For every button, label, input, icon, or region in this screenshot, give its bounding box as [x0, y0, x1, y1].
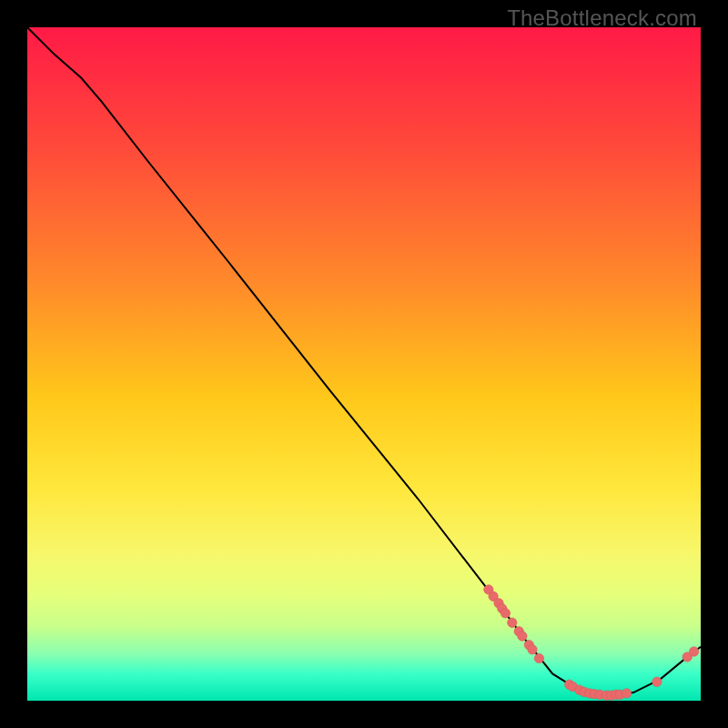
chart-frame: TheBottleneck.com [0, 0, 728, 728]
data-marker [622, 689, 631, 698]
data-marker [534, 653, 543, 662]
plot-area [27, 27, 701, 701]
data-marker [528, 645, 537, 654]
data-marker [689, 647, 698, 656]
data-marker [508, 618, 517, 627]
data-marker [500, 609, 510, 618]
data-marker [518, 632, 527, 641]
chart-svg [27, 27, 701, 701]
bottleneck-curve [27, 27, 701, 695]
data-marker [652, 677, 662, 686]
data-markers [484, 585, 699, 701]
